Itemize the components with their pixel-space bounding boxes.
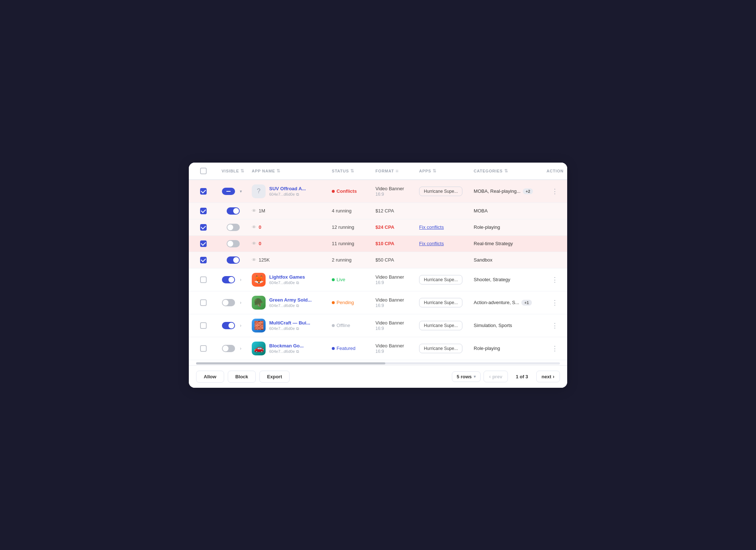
- table-row: ›🚗Blockman Go...604e7...d6d0e ⧉FeaturedV…: [189, 337, 567, 360]
- sub-eye-value: 0: [259, 224, 261, 230]
- row-checkbox[interactable]: [200, 188, 207, 195]
- format-value: Video Banner: [375, 297, 404, 303]
- categories-cell: Simulation, Sports: [474, 323, 539, 328]
- format-value: Video Banner: [375, 274, 404, 280]
- categories-sort-icon[interactable]: ⇅: [504, 168, 508, 174]
- categories-extra-badge[interactable]: +1: [521, 300, 532, 306]
- copy-icon[interactable]: ⧉: [296, 280, 299, 285]
- toggle-switch[interactable]: [222, 345, 235, 352]
- toggle-switch[interactable]: [222, 299, 235, 306]
- next-page-button[interactable]: next ›: [536, 371, 560, 382]
- format-filter-icon[interactable]: ≡: [395, 168, 399, 174]
- copy-icon[interactable]: ⧉: [296, 303, 299, 308]
- scrollbar-track[interactable]: [196, 362, 560, 364]
- copy-icon[interactable]: ⧉: [296, 192, 299, 197]
- app-name-title[interactable]: SUV Offroad A...: [269, 186, 306, 191]
- action-menu-button[interactable]: ⋮: [546, 299, 564, 307]
- row-checkbox[interactable]: [200, 345, 207, 352]
- fix-conflicts-link[interactable]: Fix conflicts: [419, 224, 444, 230]
- appname-sort-icon[interactable]: ⇅: [276, 168, 280, 174]
- apps-badge[interactable]: Hurricane Supe...: [419, 344, 462, 353]
- sub-categories-text: Role-playing: [474, 224, 500, 230]
- prev-page-button[interactable]: ‹ prev: [484, 371, 508, 382]
- block-button[interactable]: Block: [228, 371, 256, 383]
- fix-conflicts-link[interactable]: Fix conflicts: [419, 241, 444, 246]
- apps-sort-icon[interactable]: ⇅: [433, 168, 437, 174]
- toggle-switch[interactable]: [222, 276, 235, 283]
- format-cell: Video Banner16:9: [372, 268, 415, 291]
- sub-running-cell: 2 running: [328, 252, 372, 268]
- app-icon-lightfox: 🦊: [252, 273, 266, 287]
- status-cell: Featured: [332, 346, 368, 351]
- action-menu-button[interactable]: ⋮: [546, 276, 564, 284]
- apps-badge[interactable]: Hurricane Supe...: [419, 187, 462, 196]
- row-checkbox[interactable]: [200, 240, 207, 247]
- status-sort-icon[interactable]: ⇅: [350, 168, 354, 174]
- status-col-label: STATUS: [332, 169, 349, 173]
- row-checkbox[interactable]: [200, 224, 207, 231]
- app-name-title[interactable]: MultiCraft — Bui...: [269, 320, 310, 326]
- toggle-switch[interactable]: [227, 256, 240, 264]
- apps-badge[interactable]: Hurricane Supe...: [419, 298, 462, 307]
- status-text: Live: [337, 277, 345, 282]
- categories-extra-badge[interactable]: +2: [523, 188, 533, 194]
- allow-button[interactable]: Allow: [196, 371, 224, 383]
- scrollbar-thumb[interactable]: [196, 362, 385, 364]
- action-menu-button[interactable]: ⋮: [546, 344, 564, 352]
- expand-button[interactable]: ›: [237, 299, 244, 306]
- app-icon-blockman: 🚗: [252, 342, 266, 355]
- categories-text: Role-playing: [474, 346, 500, 351]
- format-cell: Video Banner16:9: [372, 291, 415, 314]
- row-checkbox[interactable]: [200, 208, 207, 214]
- expand-button[interactable]: ›: [237, 322, 244, 329]
- expand-button[interactable]: ▾: [237, 188, 244, 195]
- visible-col-label: VISIBLE: [222, 169, 239, 173]
- action-menu-button[interactable]: ⋮: [546, 322, 564, 330]
- export-button[interactable]: Export: [259, 371, 290, 383]
- app-name-title[interactable]: Green Army Sold...: [269, 297, 312, 303]
- categories-cell: Action-adventure, S...+1: [474, 300, 539, 306]
- toggle-minus[interactable]: [222, 188, 235, 195]
- next-chevron-icon: ›: [553, 374, 554, 379]
- action-menu-button[interactable]: ⋮: [546, 187, 564, 195]
- sub-cpa-cell: $10 CPA: [372, 235, 415, 252]
- sub-apps-cell: [415, 252, 470, 268]
- expand-button[interactable]: ›: [237, 345, 244, 352]
- sub-eye-value: 0: [259, 241, 261, 246]
- app-name-title[interactable]: Blockman Go...: [269, 343, 304, 348]
- format-cell: Video Banner16:9: [372, 314, 415, 337]
- row-checkbox[interactable]: [200, 299, 207, 306]
- sub-running-text: 4 running: [332, 208, 351, 214]
- sub-cpa-cell: $24 CPA: [372, 219, 415, 235]
- toggle-switch[interactable]: [227, 207, 240, 215]
- row-checkbox[interactable]: [200, 322, 207, 329]
- app-id: 604e7...d6d0e ⧉: [269, 303, 312, 308]
- apps-badge[interactable]: Hurricane Supe...: [419, 321, 462, 330]
- eye-icon: 👁: [252, 257, 256, 263]
- table-row: ▾?SUV Offroad A...604e7...d6d0e ⧉Conflic…: [189, 180, 567, 203]
- sub-table-row: 👁 125K2 running$50 CPASandbox: [189, 252, 567, 268]
- col-header-categories: CATEGORIES ⇅: [470, 163, 543, 180]
- app-name-cell: ?SUV Offroad A...604e7...d6d0e ⧉: [252, 184, 325, 198]
- copy-icon[interactable]: ⧉: [296, 349, 299, 354]
- expand-button[interactable]: ›: [237, 276, 244, 283]
- visible-sort-icon[interactable]: ⇅: [240, 168, 244, 174]
- table-row: ›🦊Lightfox Games604e7...d6d0e ⧉LiveVideo…: [189, 268, 567, 291]
- select-all-checkbox[interactable]: [200, 168, 207, 174]
- row-checkbox[interactable]: [200, 257, 207, 263]
- status-text: Featured: [337, 346, 355, 351]
- copy-icon[interactable]: ⧉: [296, 326, 299, 331]
- toggle-switch[interactable]: [227, 240, 240, 247]
- apps-badge[interactable]: Hurricane Supe...: [419, 275, 462, 284]
- rows-per-page-select[interactable]: 5 rows ▾: [452, 371, 481, 382]
- toggle-switch[interactable]: [222, 322, 235, 329]
- toggle-switch[interactable]: [227, 224, 240, 231]
- app-name-title[interactable]: Lightfox Games: [269, 274, 305, 280]
- app-id-text: 604e7...d6d0e: [269, 326, 295, 331]
- format-col-label: FORMAT: [375, 169, 394, 173]
- sub-cpa-cell: $50 CPA: [372, 252, 415, 268]
- row-checkbox[interactable]: [200, 276, 207, 283]
- main-container: VISIBLE ⇅ APP NAME ⇅ STATUS ⇅: [189, 163, 567, 388]
- sub-eye-value: 1M: [259, 208, 265, 214]
- status-text: Pending: [337, 300, 354, 305]
